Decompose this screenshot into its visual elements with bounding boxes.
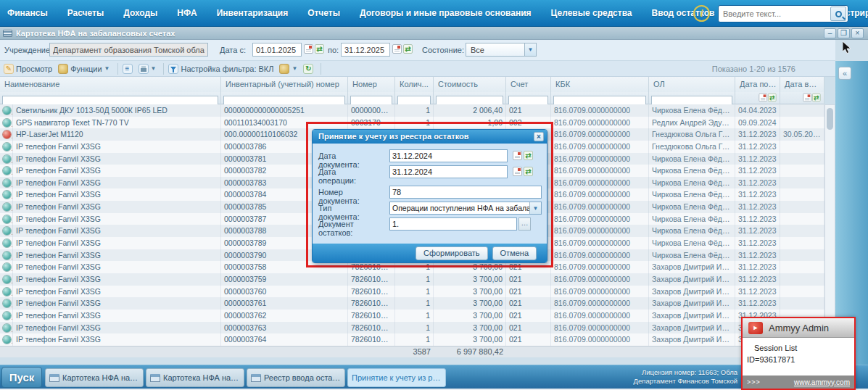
dialog-close-button[interactable]: ×: [534, 132, 544, 141]
op-date-field[interactable]: [389, 165, 508, 178]
info-icon[interactable]: i: [693, 5, 710, 22]
cell-quantity: 1: [395, 297, 434, 310]
search-input[interactable]: [719, 9, 830, 18]
taskbar-task[interactable]: Картотека НФА на забал...: [146, 368, 244, 387]
scrollbar-thumb[interactable]: [827, 108, 833, 130]
calendar-icon[interactable]: [392, 44, 402, 54]
ammyy-titlebar[interactable]: ► Ammyy Admin: [743, 318, 854, 338]
taskbar-task[interactable]: Принятие к учету из реестр...: [347, 368, 446, 387]
table-row[interactable]: IP телефон Fanvil X3SG 0000003764 782601…: [0, 333, 824, 346]
search-button[interactable]: [830, 7, 846, 21]
ammyy-expand-button[interactable]: >>>: [747, 378, 761, 386]
cell-date-in: 09.09.2024: [735, 117, 780, 129]
global-search: [718, 5, 848, 22]
date-refresh-icon[interactable]: ⇄: [524, 151, 533, 160]
column-header[interactable]: Дата посту...: [735, 77, 780, 92]
cell-date-in: 04.04.2023: [735, 104, 780, 117]
column-header[interactable]: Наименование: [0, 77, 221, 92]
cell-cost: 3 700,00: [434, 297, 506, 310]
submit-button[interactable]: Сформировать: [416, 246, 488, 260]
minimize-button[interactable]: –: [824, 28, 836, 38]
cell-cost: 3 700,00: [434, 286, 506, 298]
column-header[interactable]: КБК: [551, 77, 649, 92]
rest-doc-field[interactable]: [389, 217, 517, 231]
filter-toggle-button[interactable]: Настройка фильтра: ВКЛ: [168, 64, 273, 74]
calendar-icon[interactable]: [513, 167, 522, 176]
cell-date-in: 31.12.2023: [735, 249, 780, 262]
window-grid-icon: [3, 30, 12, 37]
list-view-button[interactable]: ≡: [123, 64, 133, 74]
cell-kbk: 816.0709.0000000000: [551, 104, 649, 117]
column-header[interactable]: Колич...: [395, 77, 434, 92]
doc-type-select[interactable]: Операции поступления НФА на забалан ▼: [389, 202, 542, 215]
calendar-icon[interactable]: [304, 44, 313, 54]
cell-date-out: [780, 286, 824, 298]
doc-date-field[interactable]: [389, 149, 508, 162]
restore-button[interactable]: ❐: [838, 28, 850, 38]
column-header[interactable]: Номер: [348, 77, 395, 92]
print-button[interactable]: ▼: [139, 64, 157, 74]
cell-date-out: [780, 249, 824, 262]
menu-item[interactable]: Инвентаризация: [217, 8, 289, 18]
menu-item[interactable]: НФА: [177, 8, 197, 18]
taskbar-task[interactable]: Картотека НФА на забал...: [45, 368, 144, 387]
filter-settings-button[interactable]: ▼: [279, 64, 297, 74]
column-header[interactable]: Стоимость: [434, 77, 506, 92]
menu-item[interactable]: Расчеты: [67, 8, 104, 18]
date-refresh-icon[interactable]: ⇄: [315, 44, 324, 54]
cell-responsible: Чиркова Елена Фёдоро...: [649, 104, 735, 117]
table-row[interactable]: IP телефон Fanvil X3SG 0000003761 782601…: [0, 297, 824, 310]
institution-field[interactable]: [49, 43, 208, 57]
date-to-field[interactable]: [341, 43, 390, 57]
cell-name: IP телефон Fanvil X3SG: [13, 249, 221, 262]
cell-name: IP телефон Fanvil X3SG: [13, 310, 221, 322]
ammyy-website-link[interactable]: www.ammyy.com: [794, 378, 850, 386]
task-label: Картотека НФА на забал...: [62, 373, 139, 382]
collapse-panel-button[interactable]: «: [838, 67, 851, 80]
cell-responsible: Чиркова Елена Фёдоро...: [649, 201, 735, 213]
cancel-button[interactable]: Отмена: [492, 246, 537, 260]
ellipsis-button[interactable]: …: [518, 217, 531, 231]
menu-item[interactable]: Отчеты: [307, 8, 340, 18]
calendar-icon[interactable]: [803, 94, 811, 102]
menu-item[interactable]: Договоры и иные правовые основания: [360, 8, 532, 18]
close-button[interactable]: ×: [851, 28, 864, 38]
cell-responsible: Гнездюкова Ольга Гео...: [649, 128, 735, 141]
taskbar-task[interactable]: Реестр ввода остатков ...: [247, 368, 345, 387]
table-row[interactable]: IP телефон Fanvil X3SG 0000003760 782601…: [0, 286, 824, 298]
table-row[interactable]: Светильник ДКУ 1013-50Д 5000К IP65 LED 0…: [0, 104, 824, 117]
column-header[interactable]: Счет: [506, 77, 551, 92]
state-value: Все: [466, 46, 524, 54]
start-button[interactable]: Пуск: [1, 367, 42, 388]
column-header[interactable]: Дата выбы...: [780, 77, 824, 92]
column-header[interactable]: Инвентарный (учетный) номер: [221, 77, 348, 92]
cell-date-in: 31.12.2023: [735, 188, 780, 201]
column-header[interactable]: ОЛ: [649, 77, 735, 92]
refresh-button[interactable]: ↻: [303, 64, 313, 74]
date-refresh-icon[interactable]: ⇄: [524, 167, 533, 176]
date-refresh-icon[interactable]: ⇄: [812, 94, 821, 102]
cell-name: IP телефон Fanvil X3SG: [13, 273, 221, 286]
date-refresh-icon[interactable]: ⇄: [403, 44, 413, 54]
view-button[interactable]: ✎ Просмотр: [4, 64, 52, 74]
cell-name: IP телефон Fanvil X3SG: [13, 333, 221, 346]
state-select[interactable]: Все ▼: [466, 43, 537, 57]
window-icon: [251, 374, 261, 382]
menu-item[interactable]: Доходы: [123, 8, 157, 18]
cell-kbk: 816.0709.0000000000: [551, 297, 649, 310]
table-row[interactable]: IP телефон Fanvil X3SG 0000003763 782601…: [0, 322, 824, 334]
cell-date-out: [780, 153, 824, 165]
cell-date-in: 31.12.2023: [735, 201, 780, 213]
menu-item[interactable]: Финансы: [7, 8, 48, 18]
date-from-field[interactable]: [252, 43, 302, 57]
table-row[interactable]: IP телефон Fanvil X3SG 0000003762 782601…: [0, 310, 824, 322]
cell-account: 021: [506, 310, 551, 322]
menu-item[interactable]: Целевые средства: [551, 8, 632, 18]
calendar-icon[interactable]: [513, 151, 522, 160]
functions-button[interactable]: Функции ▼: [58, 64, 109, 74]
calendar-icon[interactable]: [759, 94, 767, 102]
table-row[interactable]: IP телефон Fanvil X3SG 0000003759 782601…: [0, 273, 824, 286]
doc-number-field[interactable]: [389, 186, 542, 199]
date-refresh-icon[interactable]: ⇄: [768, 94, 777, 102]
state-label: Состояние:: [422, 46, 464, 54]
